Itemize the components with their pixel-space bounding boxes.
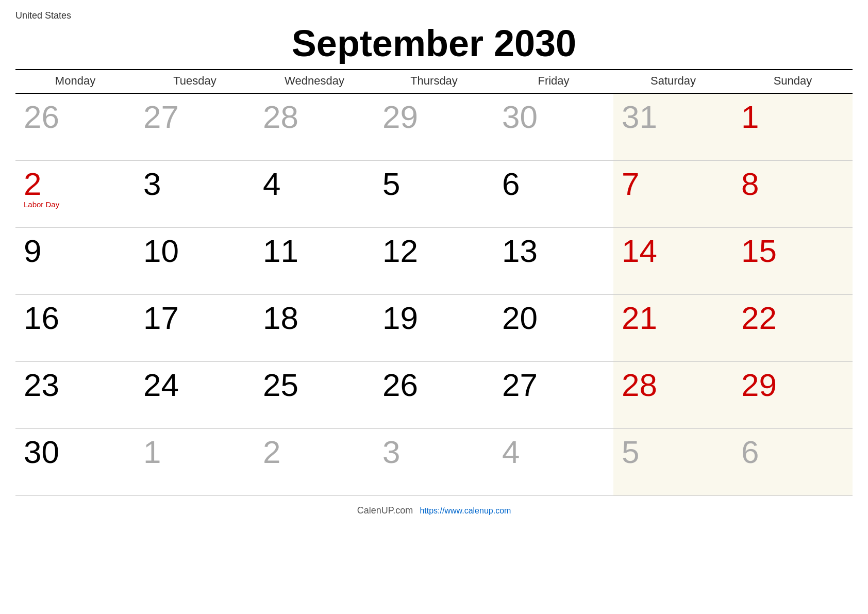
calendar-cell: 27 — [135, 93, 255, 160]
calendar-cell: 1 — [135, 428, 255, 495]
calendar-cell: 16 — [15, 294, 135, 361]
day-number: 22 — [741, 302, 844, 334]
calendar-cell: 7 — [613, 160, 733, 227]
calendar-cell: 30 — [494, 93, 613, 160]
day-number: 25 — [263, 369, 366, 401]
day-number: 27 — [502, 369, 605, 401]
day-number: 28 — [622, 369, 725, 401]
day-number: 6 — [741, 436, 844, 468]
week-row: 16171819202122 — [15, 294, 853, 361]
day-number: 27 — [143, 101, 246, 133]
calendar-cell: 4 — [255, 160, 374, 227]
calendar-cell: 12 — [374, 227, 494, 294]
calendar-cell: 3 — [374, 428, 494, 495]
day-number: 3 — [382, 436, 486, 468]
calendar-cell: 15 — [733, 227, 853, 294]
day-number: 2 — [24, 168, 127, 200]
day-number: 29 — [382, 101, 486, 133]
day-number: 23 — [24, 369, 127, 401]
day-number: 11 — [263, 235, 366, 267]
calendar-cell: 29 — [374, 93, 494, 160]
calendar-cell: 22 — [733, 294, 853, 361]
calendar-cell: 2 — [255, 428, 374, 495]
calendar-cell: 11 — [255, 227, 374, 294]
calendar-cell: 6 — [733, 428, 853, 495]
day-number: 30 — [502, 101, 605, 133]
calendar-cell: 17 — [135, 294, 255, 361]
calendar-cell: 28 — [255, 93, 374, 160]
calendar-cell: 30 — [15, 428, 135, 495]
calendar-cell: 26 — [374, 361, 494, 428]
day-header-sunday: Sunday — [733, 70, 853, 93]
calendar-cell: 1 — [733, 93, 853, 160]
day-number: 7 — [622, 168, 725, 200]
country-label: United States — [15, 10, 853, 21]
day-number: 5 — [382, 168, 486, 200]
day-number: 3 — [143, 168, 246, 200]
calendar-cell: 5 — [374, 160, 494, 227]
holiday-label: Labor Day — [24, 200, 59, 209]
day-number: 24 — [143, 369, 246, 401]
day-header-saturday: Saturday — [613, 70, 733, 93]
day-number: 26 — [24, 101, 127, 133]
day-number: 17 — [143, 302, 246, 334]
day-number: 6 — [502, 168, 605, 200]
day-number: 1 — [143, 436, 246, 468]
day-header-monday: Monday — [15, 70, 135, 93]
calendar-cell: 10 — [135, 227, 255, 294]
footer: CalenUP.com https://www.calenup.com — [15, 505, 853, 516]
day-number: 19 — [382, 302, 486, 334]
calendar-cell: 18 — [255, 294, 374, 361]
calendar-cell: 6 — [494, 160, 613, 227]
week-row: 2Labor Day345678 — [15, 160, 853, 227]
calendar-cell: 21 — [613, 294, 733, 361]
day-number: 4 — [263, 168, 366, 200]
calendar-cell: 27 — [494, 361, 613, 428]
day-headers: MondayTuesdayWednesdayThursdayFridaySatu… — [15, 70, 853, 93]
calendar-cell: 5 — [613, 428, 733, 495]
website-link[interactable]: https://www.calenup.com — [420, 506, 511, 515]
calendar-cell: 4 — [494, 428, 613, 495]
calendar-cell: 14 — [613, 227, 733, 294]
day-number: 10 — [143, 235, 246, 267]
day-header-tuesday: Tuesday — [135, 70, 255, 93]
day-number: 5 — [622, 436, 725, 468]
day-header-friday: Friday — [494, 70, 613, 93]
week-row: 9101112131415 — [15, 227, 853, 294]
day-number: 18 — [263, 302, 366, 334]
day-number: 29 — [741, 369, 844, 401]
day-number: 1 — [741, 101, 844, 133]
calendar-cell: 25 — [255, 361, 374, 428]
calendar-title: September 2030 — [15, 23, 853, 64]
calendar-cell: 19 — [374, 294, 494, 361]
day-number: 8 — [741, 168, 844, 200]
calendar-table: MondayTuesdayWednesdayThursdayFridaySatu… — [15, 69, 853, 496]
calendar-cell: 28 — [613, 361, 733, 428]
calendar-cell: 24 — [135, 361, 255, 428]
calendar-cell: 29 — [733, 361, 853, 428]
day-number: 16 — [24, 302, 127, 334]
day-number: 13 — [502, 235, 605, 267]
calendar-cell: 26 — [15, 93, 135, 160]
day-number: 30 — [24, 436, 127, 468]
day-number: 12 — [382, 235, 486, 267]
day-number: 15 — [741, 235, 844, 267]
day-number: 26 — [382, 369, 486, 401]
day-header-thursday: Thursday — [374, 70, 494, 93]
calendar-cell: 31 — [613, 93, 733, 160]
day-number: 20 — [502, 302, 605, 334]
day-number: 28 — [263, 101, 366, 133]
week-row: 30123456 — [15, 428, 853, 495]
calendar-cell: 13 — [494, 227, 613, 294]
week-row: 23242526272829 — [15, 361, 853, 428]
day-number: 14 — [622, 235, 725, 267]
day-header-wednesday: Wednesday — [255, 70, 374, 93]
calendar-cell: 9 — [15, 227, 135, 294]
week-row: 2627282930311 — [15, 93, 853, 160]
calendar-cell: 8 — [733, 160, 853, 227]
day-number: 31 — [622, 101, 725, 133]
calendar-cell: 20 — [494, 294, 613, 361]
day-number: 4 — [502, 436, 605, 468]
calendar-cell: 2Labor Day — [15, 160, 135, 227]
brand-label: CalenUP.com — [357, 505, 413, 516]
